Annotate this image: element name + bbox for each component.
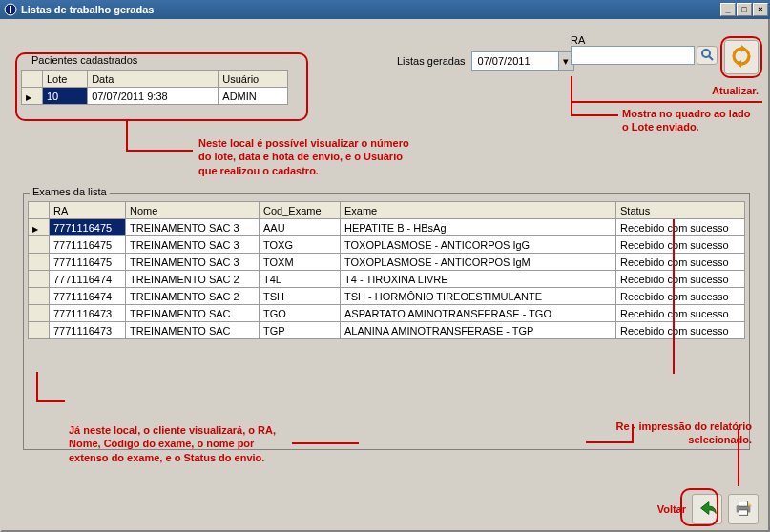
cell-cod[interactable]: TOXG [260, 236, 341, 254]
cell-cod[interactable]: TGO [260, 305, 341, 322]
cell-status[interactable]: Recebido com sucesso [616, 322, 745, 339]
cell-cod[interactable]: TGP [260, 322, 341, 339]
cell-status[interactable]: Recebido com sucesso [616, 288, 745, 305]
cell-status[interactable]: Recebido com sucesso [616, 271, 745, 288]
cell-usuario[interactable]: ADMIN [219, 88, 288, 105]
cell-cod[interactable]: TOXM [260, 254, 341, 271]
print-button[interactable] [728, 494, 759, 524]
cell-cod[interactable]: T4L [260, 271, 341, 288]
col-usuario[interactable]: Usuário [219, 71, 288, 88]
cell-cod[interactable]: AAU [260, 219, 341, 236]
exames-table[interactable]: RA Nome Cod_Exame Exame Status 777111647… [28, 201, 745, 339]
svg-rect-8 [739, 510, 747, 516]
voltar-label: Voltar [657, 502, 686, 516]
row-selector[interactable] [29, 305, 50, 322]
row-selector[interactable] [29, 322, 50, 339]
cell-nome[interactable]: TREINAMENTO SAC 3 [126, 219, 260, 236]
listas-geradas-label: Listas geradas [397, 55, 466, 67]
cell-ra[interactable]: 7771116473 [50, 322, 126, 339]
col-status[interactable]: Status [616, 202, 745, 219]
col-lote[interactable]: Lote [43, 71, 88, 88]
ra-label: RA [571, 34, 585, 46]
cell-ra[interactable]: 7771116473 [50, 305, 126, 322]
row-selector[interactable] [29, 288, 50, 305]
col-cod[interactable]: Cod_Exame [260, 202, 341, 219]
back-arrow-icon [697, 498, 718, 521]
cell-ra[interactable]: 7771116474 [50, 271, 126, 288]
minimize-button[interactable]: _ [720, 3, 736, 16]
cell-exame[interactable]: TSH - HORMÔNIO TIREOESTIMULANTE [341, 288, 616, 305]
cell-nome[interactable]: TREINAMENTO SAC 3 [126, 236, 260, 254]
table-row[interactable]: 7771116473TREINAMENTO SACTGPALANINA AMIN… [29, 322, 745, 339]
annot-mostra-lote: Mostra no quadro ao lado o Lote enviado. [622, 107, 756, 134]
maximize-button[interactable]: □ [737, 3, 752, 16]
cell-exame[interactable]: ASPARTATO AMINOTRANSFERASE - TGO [341, 305, 616, 322]
table-row[interactable]: 7771116474TREINAMENTO SAC 2T4LT4 - TIROX… [29, 271, 745, 288]
cell-nome[interactable]: TREINAMENTO SAC 2 [126, 271, 260, 288]
cell-exame[interactable]: HEPATITE B - HBsAg [341, 219, 616, 236]
cell-cod[interactable]: TSH [260, 288, 341, 305]
table-row[interactable]: 7771116473TREINAMENTO SACTGOASPARTATO AM… [29, 305, 745, 322]
window-body: Listas geradas 07/07/2011 ▾ RA Atualizar… [0, 19, 770, 532]
pacientes-legend: Pacientes cadastrados [29, 54, 140, 66]
svg-point-2 [702, 50, 710, 57]
cell-nome[interactable]: TREINAMENTO SAC 2 [126, 288, 260, 305]
cell-nome[interactable]: TREINAMENTO SAC 3 [126, 254, 260, 271]
date-select-value: 07/07/2011 [472, 55, 558, 67]
search-icon [700, 48, 714, 63]
window-title: Listas de trabalho geradas [21, 4, 154, 15]
svg-line-3 [709, 56, 713, 60]
refresh-button[interactable] [724, 40, 759, 74]
svg-rect-1 [10, 6, 11, 13]
cell-ra[interactable]: 7771116475 [50, 254, 126, 271]
annot-atualizar: Atualizar. [712, 84, 759, 97]
printer-icon [733, 498, 754, 521]
search-button[interactable] [697, 46, 718, 65]
close-button[interactable]: × [753, 3, 768, 16]
cell-nome[interactable]: TREINAMENTO SAC [126, 305, 260, 322]
svg-marker-9 [749, 503, 753, 507]
table-row[interactable]: 7771116475TREINAMENTO SAC 3TOXGTOXOPLASM… [29, 236, 745, 254]
cell-exame[interactable]: TOXOPLASMOSE - ANTICORPOS IgM [341, 254, 616, 271]
cell-lote[interactable]: 10 [43, 88, 88, 105]
col-exame[interactable]: Exame [341, 202, 616, 219]
row-selector[interactable] [29, 271, 50, 288]
exames-legend: Exames da lista [30, 186, 110, 197]
cell-status[interactable]: Recebido com sucesso [616, 254, 745, 271]
rowheader-blank [22, 71, 43, 88]
table-row[interactable]: 7771116475TREINAMENTO SAC 3TOXMTOXOPLASM… [29, 254, 745, 271]
col-data[interactable]: Data [88, 71, 219, 88]
titlebar: Listas de trabalho geradas _ □ × [0, 0, 770, 19]
row-selector[interactable] [22, 88, 43, 105]
date-select[interactable]: 07/07/2011 ▾ [471, 51, 574, 71]
cell-status[interactable]: Recebido com sucesso [616, 305, 745, 322]
ra-input[interactable] [571, 46, 695, 65]
table-row[interactable]: 7771116475TREINAMENTO SAC 3AAUHEPATITE B… [29, 219, 745, 236]
annot-pacientes: Neste local é possível visualizar o núme… [198, 136, 418, 177]
cell-ra[interactable]: 7771116475 [50, 219, 126, 236]
cell-status[interactable]: Recebido com sucesso [616, 219, 745, 236]
col-ra[interactable]: RA [50, 202, 126, 219]
cell-exame[interactable]: TOXOPLASMOSE - ANTICORPOS IgG [341, 236, 616, 254]
cell-ra[interactable]: 7771116475 [50, 236, 126, 254]
row-selector[interactable] [29, 219, 50, 236]
app-icon [4, 3, 17, 16]
cell-status[interactable]: Recebido com sucesso [616, 236, 745, 254]
back-button[interactable] [692, 494, 722, 524]
col-nome[interactable]: Nome [126, 202, 260, 219]
pacientes-table[interactable]: Lote Data Usuário 10 07/07/2011 9:38 ADM… [21, 70, 288, 105]
cell-nome[interactable]: TREINAMENTO SAC [126, 322, 260, 339]
cell-ra[interactable]: 7771116474 [50, 288, 126, 305]
table-row[interactable]: 10 07/07/2011 9:38 ADMIN [22, 88, 288, 105]
refresh-icon [730, 45, 753, 70]
cell-data[interactable]: 07/07/2011 9:38 [88, 88, 219, 105]
cell-exame[interactable]: ALANINA AMINOTRANSFERASE - TGP [341, 322, 616, 339]
row-selector[interactable] [29, 254, 50, 271]
svg-rect-7 [739, 501, 747, 507]
row-selector[interactable] [29, 236, 50, 254]
cell-exame[interactable]: T4 - TIROXINA LIVRE [341, 271, 616, 288]
table-row[interactable]: 7771116474TREINAMENTO SAC 2TSHTSH - HORM… [29, 288, 745, 305]
